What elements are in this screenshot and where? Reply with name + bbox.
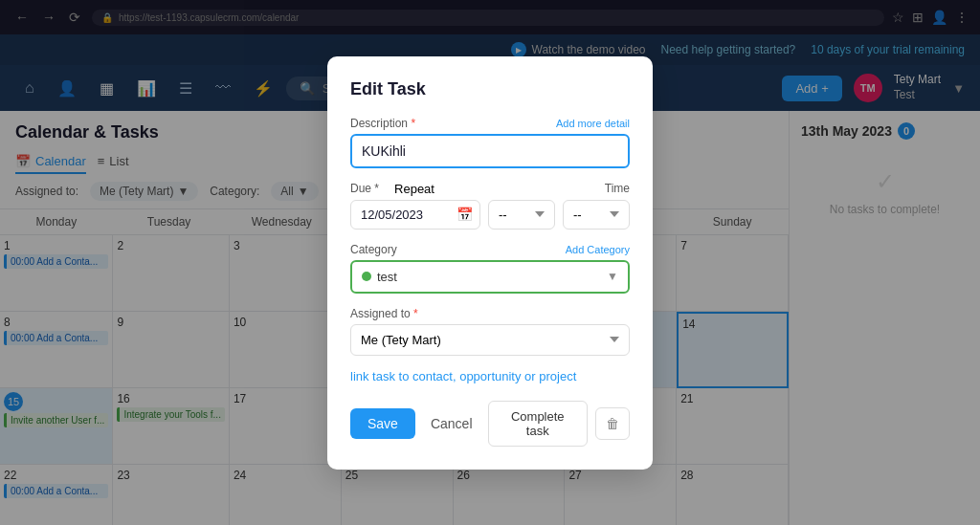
description-label: Description *: [350, 117, 415, 130]
complete-task-button[interactable]: Complete task: [488, 401, 588, 447]
due-date-wrapper: 📅: [350, 200, 480, 230]
modal-footer: Save Cancel Complete task 🗑: [350, 401, 630, 447]
category-value: test: [377, 270, 601, 284]
time-select[interactable]: --: [488, 200, 555, 230]
assigned-select[interactable]: Me (Tety Mart): [350, 324, 630, 356]
description-input[interactable]: [350, 134, 630, 168]
time-ampm-select[interactable]: --: [563, 200, 630, 230]
assigned-label: Assigned to *: [350, 307, 418, 320]
category-color-dot: [362, 272, 371, 281]
category-arrow-icon: ▼: [607, 270, 618, 283]
cancel-button[interactable]: Cancel: [423, 408, 480, 439]
add-more-detail-link[interactable]: Add more detail: [556, 118, 630, 129]
category-label: Category: [350, 243, 397, 256]
link-task-link[interactable]: link task to contact, opportunity or pro…: [350, 369, 630, 383]
save-button[interactable]: Save: [350, 408, 415, 439]
delete-button[interactable]: 🗑: [595, 407, 630, 440]
category-select[interactable]: test ▼: [350, 260, 630, 294]
category-group: Category Add Category test ▼: [350, 243, 630, 294]
modal-overlay: Edit Task Description * Add more detail …: [0, 0, 980, 525]
add-category-link[interactable]: Add Category: [566, 244, 630, 255]
description-group: Description * Add more detail: [350, 117, 630, 168]
required-star: *: [411, 117, 415, 130]
time-label: Time: [605, 182, 630, 195]
repeat-link[interactable]: Repeat: [394, 182, 434, 196]
calendar-picker-icon: 📅: [457, 207, 473, 222]
assigned-group: Assigned to * Me (Tety Mart): [350, 307, 630, 356]
due-label: Due *: [350, 182, 379, 195]
category-label-row: Category Add Category: [350, 243, 630, 256]
edit-task-modal: Edit Task Description * Add more detail …: [327, 56, 653, 470]
description-label-row: Description * Add more detail: [350, 117, 630, 130]
assigned-label-row: Assigned to *: [350, 307, 630, 320]
due-group: Due * Repeat Time 📅 -- --: [350, 182, 630, 230]
modal-title: Edit Task: [350, 79, 630, 99]
